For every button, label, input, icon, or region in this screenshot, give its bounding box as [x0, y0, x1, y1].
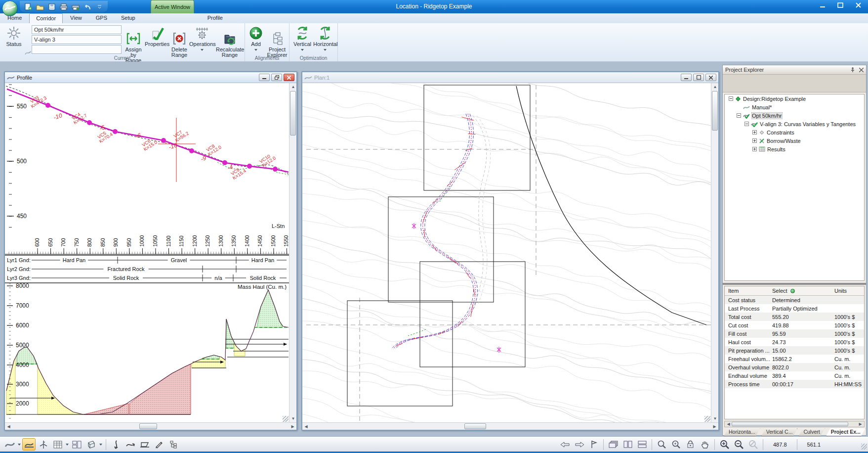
horizontal-curve-tool-icon[interactable]: [124, 438, 137, 451]
profile-resize-grip[interactable]: [283, 416, 289, 422]
tab-profile[interactable]: Profile: [201, 13, 229, 23]
tree-item[interactable]: Constraints: [725, 128, 864, 136]
vertical-optimize-button[interactable]: Vertical: [291, 25, 313, 52]
expand-icon[interactable]: [752, 138, 757, 143]
panel-header[interactable]: Project Explorer: [723, 65, 866, 75]
table-row[interactable]: Haul cost24.731000's $: [725, 338, 864, 346]
tree-item[interactable]: Manual*: [725, 103, 864, 111]
pin-icon[interactable]: [850, 67, 855, 73]
plan-close-button[interactable]: [705, 74, 716, 81]
table-row[interactable]: Cost statusDetermined: [725, 296, 864, 304]
maximize-button[interactable]: [831, 0, 849, 10]
close-button[interactable]: [849, 0, 867, 10]
zoom-tool-icon[interactable]: [655, 438, 668, 451]
select-status-icon[interactable]: [790, 289, 795, 293]
tab-gps[interactable]: GPS: [89, 13, 114, 23]
section-template-tool-icon[interactable]: [138, 438, 151, 451]
status-button[interactable]: Status: [2, 25, 26, 47]
vertical-alignment-line[interactable]: [7, 89, 289, 172]
tree-item[interactable]: Results: [725, 145, 864, 153]
panel-hscrollbar[interactable]: ◀▶: [724, 421, 865, 427]
properties-button[interactable]: Properties: [145, 25, 169, 47]
plan-resize-grip[interactable]: [704, 416, 710, 422]
tree-item-label[interactable]: V-align 3: Curvas Variables y Tangentes: [760, 121, 856, 127]
tree-item[interactable]: Design:Ridgetop Example: [725, 94, 864, 103]
extra-field[interactable]: [32, 45, 122, 54]
collapse-icon[interactable]: [729, 96, 733, 101]
tree-item[interactable]: V-align 3: Curvas Variables y Tangentes: [725, 120, 864, 128]
data-table-caret-icon[interactable]: [65, 438, 69, 451]
table-row[interactable]: Cut cost419.881000's $: [725, 321, 864, 329]
recalculate-range-button[interactable]: Recalculate Range: [216, 25, 244, 58]
zoom-window-icon[interactable]: [669, 438, 683, 451]
back-icon[interactable]: [558, 438, 572, 451]
vertical-curve-tool-icon[interactable]: [109, 438, 123, 451]
table-row[interactable]: Freehaul volum...15862.2Cu. m.: [725, 355, 864, 363]
minimize-button[interactable]: [814, 0, 831, 10]
plan-view-caret-icon[interactable]: [17, 438, 21, 451]
collapse-icon[interactable]: [737, 113, 741, 118]
tree-item-label[interactable]: Design:Ridgetop Example: [743, 96, 806, 102]
zoom-in-icon[interactable]: [718, 438, 731, 451]
tree-item-label[interactable]: Constraints: [767, 130, 794, 136]
tab-setup[interactable]: Setup: [115, 13, 142, 23]
sketch-tool-icon[interactable]: [152, 438, 165, 451]
app-logo-icon[interactable]: [2, 0, 18, 16]
tree-item-label[interactable]: Manual*: [752, 104, 772, 110]
plan-map[interactable]: [302, 83, 711, 422]
project-explorer-button[interactable]: Project Explorer: [266, 25, 289, 58]
vc-points[interactable]: [45, 103, 278, 172]
forward-icon[interactable]: [573, 438, 586, 451]
delete-range-button[interactable]: Delete Range: [170, 25, 188, 58]
profile-window-titlebar[interactable]: Profile: [5, 72, 296, 83]
view-3d-caret-icon[interactable]: [99, 438, 103, 451]
tile-vertical-icon[interactable]: [621, 438, 634, 451]
tree-item-label[interactable]: Opt 50km/hr: [752, 113, 782, 119]
tree-item-label[interactable]: Results: [767, 146, 785, 152]
profile-view-icon[interactable]: [22, 438, 36, 451]
plan-maximize-button[interactable]: [693, 74, 704, 81]
add-button[interactable]: Add: [247, 25, 265, 52]
lock-view-icon[interactable]: [684, 438, 697, 451]
panel-splitter[interactable]: [723, 283, 866, 285]
expand-icon[interactable]: [752, 147, 757, 151]
view-3d-icon[interactable]: [84, 438, 98, 451]
table-row[interactable]: Total cost555.201000's $: [725, 313, 864, 321]
profile-vscrollbar[interactable]: ▲▼: [289, 83, 296, 422]
flag-icon[interactable]: [587, 438, 600, 451]
tile-horizontal-icon[interactable]: [635, 438, 649, 451]
tree-item-label[interactable]: Borrow/Waste: [767, 138, 801, 144]
tree-item[interactable]: Opt 50km/hr: [725, 111, 864, 120]
cascade-windows-icon[interactable]: [607, 438, 620, 451]
collapse-icon[interactable]: [744, 122, 749, 126]
table-row[interactable]: Last ProcessPartially Optimized: [725, 304, 864, 313]
plan-window-titlebar[interactable]: Plan:1: [302, 72, 718, 83]
table-row[interactable]: Fill cost95.591000's $: [725, 329, 864, 338]
tab-corridor[interactable]: Corridor: [29, 13, 63, 23]
table-row[interactable]: Pit preparation ...15.001000's $: [725, 346, 864, 355]
profile-restore-button[interactable]: [271, 74, 282, 81]
panel-tab-3[interactable]: Culvert: [798, 428, 825, 436]
data-table-icon[interactable]: [51, 438, 64, 451]
cross-section-view-icon[interactable]: [37, 438, 50, 451]
tab-view[interactable]: View: [64, 13, 88, 23]
operations-button[interactable]: Operations: [189, 25, 215, 52]
plan-vscrollbar[interactable]: ▲▼: [711, 83, 718, 422]
panel-tab-2[interactable]: Vertical C...: [761, 428, 798, 436]
table-row[interactable]: Overhaul volume8022.0Cu. m.: [725, 363, 864, 371]
tree-item[interactable]: Borrow/Waste: [725, 136, 864, 145]
profile-close-button[interactable]: [284, 74, 294, 81]
multi-window-icon[interactable]: [70, 438, 83, 451]
alignment-field[interactable]: [32, 25, 122, 34]
tree-tool-icon[interactable]: [166, 438, 180, 451]
valign-field[interactable]: [32, 35, 122, 44]
panel-tab-4[interactable]: Project Ex...: [826, 428, 866, 436]
table-row[interactable]: Endhaul volume389.4Cu. m.: [725, 371, 864, 380]
profile-minimize-button[interactable]: [259, 74, 270, 81]
horizontal-optimize-button[interactable]: Horizontal: [313, 25, 337, 52]
pan-hand-icon[interactable]: [698, 438, 711, 451]
plan-minimize-button[interactable]: [681, 74, 692, 81]
panel-tab-1[interactable]: Horizonta...: [724, 428, 760, 436]
panel-close-icon[interactable]: [859, 68, 864, 72]
plan-view-icon[interactable]: [3, 438, 16, 451]
